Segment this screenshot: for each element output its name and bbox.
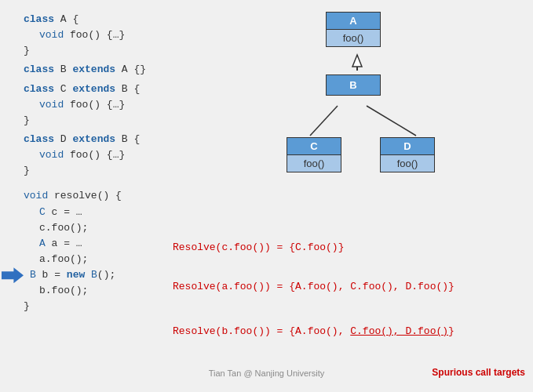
code-line: class A { bbox=[24, 12, 146, 27]
code-block-resolve: void resolve() { C c = … c.foo(); A a = … bbox=[24, 188, 146, 314]
resolve-line-3-underline: C.foo(), D.foo() bbox=[350, 325, 448, 337]
uml-a-label: A bbox=[327, 13, 380, 29]
code-line: void foo() {…} bbox=[24, 147, 146, 163]
uml-b-label: B bbox=[327, 75, 380, 95]
resolve-line-2: Resolve(a.foo()) = {A.foo(), C.foo(), D.… bbox=[173, 281, 455, 292]
uml-c-method: foo() bbox=[287, 154, 341, 172]
uml-node-c: C foo() bbox=[287, 137, 341, 172]
code-line: void resolve() { bbox=[24, 188, 146, 204]
code-line: C c = … bbox=[24, 205, 146, 220]
code-line: b.foo(); bbox=[24, 283, 146, 299]
uml-node-a: A foo() bbox=[326, 12, 381, 47]
code-line-bb: B b = new B(); bbox=[28, 267, 115, 283]
resolve-line-3: Resolve(b.foo()) = {A.foo(), C.foo(), D.… bbox=[173, 325, 455, 337]
uml-c-label: C bbox=[287, 138, 341, 154]
uml-node-b: B bbox=[326, 74, 381, 96]
code-block-c: class C extends B { void foo() {…} } bbox=[24, 82, 146, 129]
blue-arrow-icon bbox=[2, 267, 24, 283]
code-line: } bbox=[24, 43, 146, 59]
svg-line-2 bbox=[310, 106, 338, 136]
footer-text: Tian Tan @ Nanjing University bbox=[209, 368, 325, 378]
code-line: class B extends A {} bbox=[24, 62, 146, 78]
uml-node-d: D foo() bbox=[380, 137, 435, 172]
code-line: void foo() {…} bbox=[24, 97, 146, 113]
main-container: class A { void foo() {…} } class B exten… bbox=[0, 0, 533, 392]
uml-lines-svg bbox=[279, 4, 530, 216]
code-line: a.foo(); bbox=[24, 252, 146, 267]
arrow-row: B b = new B(); bbox=[2, 267, 146, 283]
resolve-line-1: Resolve(c.foo()) = {C.foo()} bbox=[173, 241, 344, 253]
code-line: void foo() {…} bbox=[24, 27, 146, 43]
code-line: c.foo(); bbox=[24, 220, 146, 236]
code-block-a: class A { void foo() {…} } bbox=[24, 12, 146, 59]
spurious-label: Spurious call targets bbox=[432, 367, 525, 378]
code-line: class D extends B { bbox=[24, 132, 146, 147]
code-line: class C extends B { bbox=[24, 82, 146, 97]
code-line: A a = … bbox=[24, 236, 146, 252]
code-block-d: class D extends B { void foo() {…} } bbox=[24, 132, 146, 179]
code-block-b: class B extends A {} bbox=[24, 62, 146, 78]
code-line: } bbox=[24, 113, 146, 129]
svg-marker-1 bbox=[352, 55, 362, 67]
uml-d-method: foo() bbox=[381, 154, 434, 172]
code-section: class A { void foo() {…} } class B exten… bbox=[24, 12, 146, 318]
uml-d-label: D bbox=[381, 138, 434, 154]
code-line: } bbox=[24, 299, 146, 314]
code-line: } bbox=[24, 163, 146, 179]
uml-a-method: foo() bbox=[327, 29, 380, 46]
svg-line-3 bbox=[367, 106, 416, 136]
